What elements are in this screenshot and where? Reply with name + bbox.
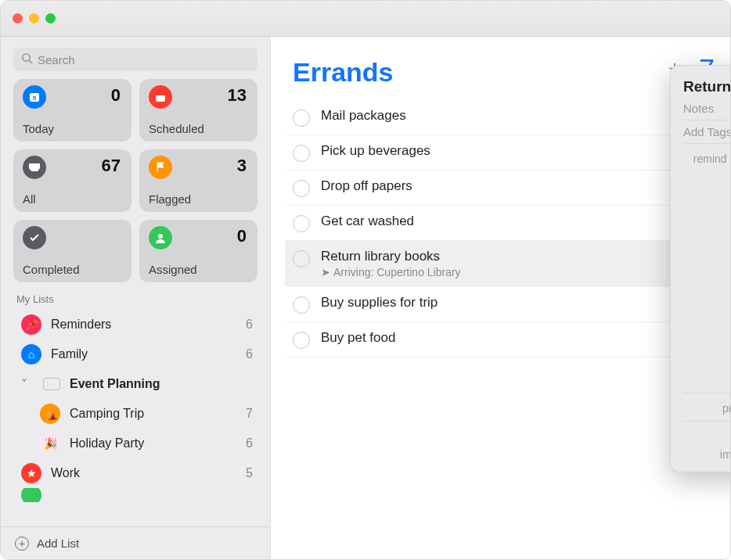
list-reminders[interactable]: 📌 Reminders 6 bbox=[4, 310, 267, 339]
remind-me-label: remind me bbox=[683, 150, 731, 165]
reminder-row[interactable]: Buy pet food bbox=[285, 322, 716, 357]
scheduled-count: 13 bbox=[228, 85, 247, 106]
list-label: Holiday Party bbox=[70, 436, 144, 451]
reminder-checkbox[interactable] bbox=[293, 332, 310, 349]
svg-point-0 bbox=[23, 54, 30, 61]
smart-list-all[interactable]: 67 All bbox=[13, 149, 131, 212]
reminder-row[interactable]: Pick up beverages bbox=[285, 135, 716, 171]
person-icon bbox=[149, 226, 172, 249]
add-list-label: Add List bbox=[37, 537, 79, 550]
reminder-checkbox[interactable] bbox=[293, 180, 310, 197]
pin-icon: 📌 bbox=[21, 314, 41, 335]
search-icon bbox=[21, 52, 33, 66]
main-content: ＋ 7 Errands Mail packages Pick up bevera… bbox=[271, 37, 730, 559]
svg-line-1 bbox=[29, 60, 32, 63]
all-label: All bbox=[23, 192, 36, 206]
reminder-title: Buy supplies for trip bbox=[321, 295, 708, 311]
smart-list-today[interactable]: 5 0 Today bbox=[13, 79, 131, 142]
notes-field[interactable]: Notes bbox=[683, 97, 731, 120]
checkmark-icon bbox=[23, 226, 46, 249]
folder-label: Event Planning bbox=[70, 377, 160, 391]
reminder-title: Pick up beverages bbox=[321, 143, 708, 159]
reminder-row[interactable]: Mail packages bbox=[285, 100, 716, 135]
zoom-window-button[interactable] bbox=[45, 13, 56, 23]
all-count: 67 bbox=[102, 156, 121, 176]
folder-event-planning[interactable]: ˅ Event Planning bbox=[4, 369, 267, 399]
today-count: 0 bbox=[111, 85, 121, 106]
my-lists-header: My Lists bbox=[1, 290, 270, 310]
reminder-details-popover: Return library books Notes Add Tags remi… bbox=[670, 65, 731, 472]
flagged-count: 3 bbox=[237, 156, 247, 176]
tent-icon: ⛺ bbox=[40, 404, 60, 424]
reminder-title: Return library books bbox=[321, 249, 708, 264]
calendar-today-icon: 5 bbox=[23, 85, 46, 109]
smart-list-scheduled[interactable]: 13 Scheduled bbox=[139, 79, 257, 142]
list-camping-trip[interactable]: ⛺ Camping Trip 7 bbox=[4, 399, 267, 429]
location-arrow-icon: ➤ bbox=[321, 266, 330, 278]
minimize-window-button[interactable] bbox=[29, 13, 39, 23]
list-count: 6 bbox=[246, 347, 253, 361]
reminder-checkbox[interactable] bbox=[293, 109, 310, 127]
today-label: Today bbox=[23, 122, 54, 135]
assigned-count: 0 bbox=[237, 226, 247, 246]
list-label: Work bbox=[51, 466, 80, 480]
house-icon: ⌂ bbox=[21, 344, 41, 364]
reminder-row[interactable]: Drop off papers bbox=[285, 171, 716, 206]
reminders-window: Search 5 0 Today 13 Scheduled 67 All bbox=[0, 0, 731, 560]
popover-title[interactable]: Return library books bbox=[683, 78, 731, 95]
svg-point-6 bbox=[158, 234, 163, 239]
images-label: images bbox=[683, 446, 731, 461]
list-title: Errands bbox=[271, 37, 730, 100]
smart-list-assigned[interactable]: 0 Assigned bbox=[139, 220, 257, 282]
tags-field[interactable]: Add Tags bbox=[683, 120, 731, 144]
search-field[interactable]: Search bbox=[13, 48, 257, 71]
list-label: Camping Trip bbox=[70, 407, 144, 421]
list-icon bbox=[21, 488, 41, 502]
chevron-down-icon[interactable]: ˅ bbox=[21, 377, 31, 392]
list-count: 7 bbox=[246, 407, 253, 421]
reminder-row-selected[interactable]: Return library books➤Arriving: Cupertino… bbox=[285, 241, 716, 287]
list-count: 5 bbox=[246, 466, 253, 480]
reminder-checkbox[interactable] bbox=[293, 215, 310, 232]
reminder-title: Get car washed bbox=[321, 214, 708, 229]
reminder-title: Buy pet food bbox=[321, 330, 708, 346]
completed-label: Completed bbox=[23, 263, 80, 276]
scheduled-label: Scheduled bbox=[149, 122, 204, 135]
list-partial[interactable] bbox=[4, 488, 267, 502]
reminder-row[interactable]: Get car washed bbox=[285, 206, 716, 241]
list-label: Reminders bbox=[51, 318, 111, 332]
add-list-button[interactable]: + Add List bbox=[1, 526, 270, 559]
list-family[interactable]: ⌂ Family 6 bbox=[4, 339, 267, 369]
list-count: 6 bbox=[246, 436, 253, 451]
svg-text:5: 5 bbox=[33, 95, 37, 102]
list-count: 6 bbox=[246, 318, 253, 332]
reminder-title: Mail packages bbox=[321, 108, 708, 124]
reminder-title: Drop off papers bbox=[321, 178, 708, 194]
search-placeholder: Search bbox=[38, 53, 75, 66]
flagged-label: Flagged bbox=[149, 192, 191, 206]
reminder-checkbox[interactable] bbox=[293, 145, 310, 162]
reminder-subtitle: ➤Arriving: Cupertino Library bbox=[321, 266, 708, 278]
star-icon: ★ bbox=[21, 463, 41, 483]
smart-list-flagged[interactable]: 3 Flagged bbox=[139, 149, 257, 212]
list-holiday-party[interactable]: 🎉 Holiday Party 6 bbox=[4, 429, 267, 458]
priority-label: priority bbox=[683, 400, 731, 415]
flag-icon bbox=[149, 156, 172, 179]
calendar-icon bbox=[149, 85, 172, 109]
reminder-row[interactable]: Buy supplies for trip bbox=[285, 287, 716, 322]
close-window-button[interactable] bbox=[13, 13, 23, 23]
url-label: URL bbox=[683, 428, 731, 443]
reminder-checkbox[interactable] bbox=[293, 250, 310, 267]
smart-list-completed[interactable]: Completed bbox=[13, 220, 131, 282]
list-work[interactable]: ★ Work 5 bbox=[4, 458, 267, 488]
assigned-label: Assigned bbox=[149, 263, 197, 276]
plus-icon: + bbox=[15, 537, 29, 551]
reminder-checkbox[interactable] bbox=[293, 296, 310, 314]
folder-icon bbox=[43, 378, 60, 390]
tray-icon bbox=[23, 156, 46, 179]
sidebar: Search 5 0 Today 13 Scheduled 67 All bbox=[1, 37, 271, 559]
window-titlebar bbox=[1, 1, 730, 37]
party-icon: 🎉 bbox=[40, 433, 60, 454]
list-label: Family bbox=[51, 347, 88, 361]
svg-rect-5 bbox=[156, 93, 165, 95]
